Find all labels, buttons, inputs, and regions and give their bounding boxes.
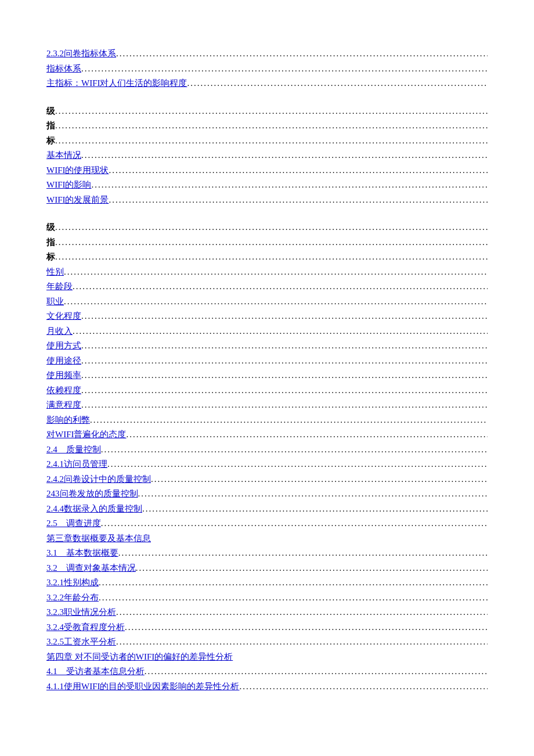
toc-entry: 指 — [46, 118, 488, 134]
toc-heading: 标 — [46, 134, 55, 149]
toc-leader-dots — [99, 575, 488, 591]
toc-link[interactable]: 3.2.3职业情况分析 — [46, 605, 116, 620]
toc-entry: WIFI的影响 — [46, 178, 488, 193]
toc-link[interactable]: 影响的利弊 — [46, 413, 90, 428]
toc-entry: 2.4.4数据录入的质量控制 — [46, 502, 488, 517]
toc-leader-dots — [81, 148, 488, 163]
toc-entry: 月收入 — [46, 324, 488, 339]
toc-link[interactable]: 2.4.2问卷设计中的质量控制 — [46, 472, 151, 487]
toc-leader-dots — [138, 487, 488, 502]
toc-entry: 年龄段 — [46, 279, 488, 294]
toc-leader-dots — [64, 265, 488, 280]
toc-entry: 2.4.1访问员管理 — [46, 457, 488, 472]
toc-entry: 4.1.1使用WIFI的目的受职业因素影响的差异性分析 — [46, 679, 488, 694]
toc-link[interactable]: 2.5 调查进度 — [46, 516, 101, 531]
toc-leader-dots — [116, 635, 488, 650]
toc-leader-dots — [127, 427, 488, 442]
toc-entry: 性别 — [46, 265, 488, 280]
toc-entry: 2.4 质量控制 — [46, 442, 488, 458]
toc-link[interactable]: 使用频率 — [46, 368, 81, 383]
toc-leader-dots — [81, 309, 488, 324]
toc-leader-dots — [90, 413, 488, 428]
toc-heading: 标 — [46, 250, 55, 265]
toc-link[interactable]: 年龄段 — [46, 279, 73, 294]
toc-entry: 3.2.3职业情况分析 — [46, 605, 488, 620]
toc-link[interactable]: 4.1.1使用WIFI的目的受职业因素影响的差异性分析 — [46, 679, 240, 694]
toc-entry: WIFI的使用现状 — [46, 163, 488, 178]
toc-entry: WIFI的发展前景 — [46, 193, 488, 208]
toc-entry: 3.2 调查对象基本情况 — [46, 561, 488, 576]
toc-link[interactable]: 文化程度 — [46, 309, 81, 324]
toc-link[interactable]: 第四章 对不同受访者的WIFI的偏好的差异性分析 — [46, 650, 233, 665]
toc-entry: 2.4.2问卷设计中的质量控制 — [46, 472, 488, 487]
toc-leader-dots — [73, 279, 488, 294]
toc-entry: 使用方式 — [46, 339, 488, 354]
toc-leader-dots — [109, 163, 488, 178]
toc-leader-dots — [99, 591, 488, 606]
toc-link[interactable]: WIFI的影响 — [46, 178, 92, 193]
toc-entry: 3.2.5工资水平分析 — [46, 635, 488, 650]
toc-leader-dots — [81, 354, 488, 369]
toc-leader-dots — [73, 324, 488, 339]
toc-leader-dots — [92, 178, 488, 193]
toc-link[interactable]: 3.1 基本数据概要 — [46, 546, 118, 561]
toc-entry: 标 — [46, 250, 488, 265]
toc-entry: 文化程度 — [46, 309, 488, 324]
toc-entry: 标 — [46, 134, 488, 149]
toc-link[interactable]: 主指标：WIFI对人们生活的影响程度 — [46, 76, 187, 91]
toc-entry: 职业 — [46, 294, 488, 309]
toc-link[interactable]: 2.3.2问卷指标体系 — [46, 46, 116, 62]
toc-link[interactable]: 使用方式 — [46, 339, 81, 354]
toc-entry: 3.2.4受教育程度分析 — [46, 620, 488, 635]
toc-link[interactable]: 对WIFI普遍化的态度 — [46, 427, 127, 442]
toc-link[interactable]: 3.2.5工资水平分析 — [46, 635, 116, 650]
toc-entry: 使用途径 — [46, 354, 488, 369]
toc-link[interactable]: 使用途径 — [46, 354, 81, 369]
toc-leader-dots — [109, 193, 488, 208]
toc-leader-dots — [55, 235, 488, 250]
toc-leader-dots — [187, 76, 488, 91]
toc-link[interactable]: WIFI的发展前景 — [46, 193, 109, 208]
toc-entry: 主指标：WIFI对人们生活的影响程度 — [46, 76, 488, 91]
toc-link[interactable]: 2.4.1访问员管理 — [46, 457, 107, 472]
toc-entry: 对WIFI普遍化的态度 — [46, 427, 488, 442]
toc-leader-dots — [81, 398, 488, 413]
toc-link[interactable]: 3.2.1性别构成 — [46, 575, 99, 591]
toc-leader-dots — [145, 664, 488, 679]
toc-heading: 级 — [46, 104, 55, 119]
toc-link[interactable]: 基本情况 — [46, 148, 81, 163]
toc-entry: 依赖程度 — [46, 383, 488, 398]
toc-link[interactable]: 职业 — [46, 294, 64, 309]
toc-link[interactable]: 2.4.4数据录入的质量控制 — [46, 502, 142, 517]
toc-link[interactable]: 指标体系 — [46, 62, 81, 77]
toc-link[interactable]: 月收入 — [46, 324, 73, 339]
toc-leader-dots — [142, 502, 488, 517]
toc-leader-dots — [101, 516, 488, 531]
toc-link[interactable]: 3.2.2年龄分布 — [46, 591, 99, 606]
toc-link[interactable]: 第三章数据概要及基本信息 — [46, 531, 151, 546]
toc-link[interactable]: 2.4 质量控制 — [46, 442, 101, 458]
toc-leader-dots — [55, 220, 488, 235]
toc-leader-dots — [55, 250, 488, 265]
toc-heading: 指 — [46, 235, 55, 250]
toc-entry: 2.3.2问卷指标体系 — [46, 46, 488, 62]
toc-link[interactable]: 依赖程度 — [46, 383, 81, 398]
toc-leader-dots — [55, 118, 488, 134]
toc-entry: 4.1 受访者基本信息分析 — [46, 664, 488, 679]
toc-leader-dots — [81, 62, 488, 77]
toc-link[interactable]: 243问卷发放的质量控制 — [46, 487, 138, 502]
toc-entry: 使用频率 — [46, 368, 488, 383]
toc-link[interactable]: WIFI的使用现状 — [46, 163, 109, 178]
toc-link[interactable]: 满意程度 — [46, 398, 81, 413]
toc-leader-dots — [125, 620, 488, 635]
toc-link[interactable]: 性别 — [46, 265, 64, 280]
toc-entry: 基本情况 — [46, 148, 488, 163]
toc-entry: 2.5 调查进度 — [46, 516, 488, 531]
toc-link[interactable]: 4.1 受访者基本信息分析 — [46, 664, 145, 679]
toc-spacer — [46, 91, 488, 104]
toc-link[interactable]: 3.2.4受教育程度分析 — [46, 620, 125, 635]
toc-entry: 级 — [46, 104, 488, 119]
toc-leader-dots — [116, 605, 488, 620]
toc-link[interactable]: 3.2 调查对象基本情况 — [46, 561, 136, 576]
toc-leader-dots — [81, 339, 488, 354]
